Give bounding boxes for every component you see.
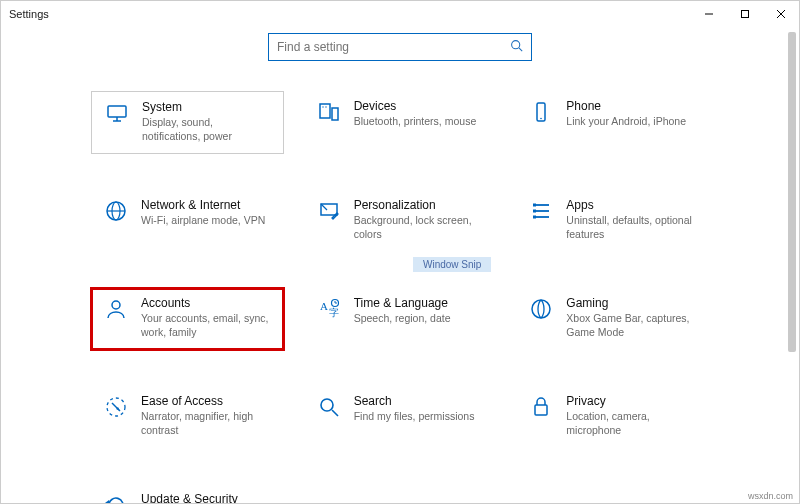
ease-of-access-icon xyxy=(101,395,131,419)
svg-text:A: A xyxy=(320,300,328,312)
svg-point-11 xyxy=(322,106,323,107)
update-security-icon xyxy=(101,493,131,503)
window-title: Settings xyxy=(9,8,49,20)
search-icon xyxy=(510,38,523,56)
system-icon xyxy=(102,101,132,125)
svg-rect-6 xyxy=(108,106,126,117)
settings-grid: System Display, sound, notifications, po… xyxy=(91,91,709,503)
tile-subtitle: Your accounts, email, sync, work, family xyxy=(141,312,274,339)
tile-title: Apps xyxy=(566,198,699,212)
tile-title: Privacy xyxy=(566,394,699,408)
svg-rect-22 xyxy=(533,204,536,207)
svg-line-35 xyxy=(332,410,338,416)
svg-text:字: 字 xyxy=(329,307,339,318)
minimize-button[interactable] xyxy=(691,1,727,27)
svg-point-12 xyxy=(325,106,326,107)
svg-rect-36 xyxy=(535,405,547,415)
tile-devices[interactable]: Devices Bluetooth, printers, mouse xyxy=(304,91,497,154)
tile-subtitle: Narrator, magnifier, high contrast xyxy=(141,410,274,437)
svg-marker-37 xyxy=(105,500,109,503)
tile-title: Time & Language xyxy=(354,296,487,310)
tile-subtitle: Display, sound, notifications, power xyxy=(142,116,273,143)
tile-accounts[interactable]: Accounts Your accounts, email, sync, wor… xyxy=(91,288,284,350)
svg-point-4 xyxy=(512,41,520,49)
search-tile-icon xyxy=(314,395,344,419)
search-input[interactable] xyxy=(277,40,510,54)
tile-subtitle: Location, camera, microphone xyxy=(566,410,699,437)
maximize-button[interactable] xyxy=(727,1,763,27)
tile-subtitle: Background, lock screen, colors xyxy=(354,214,487,241)
tile-search[interactable]: Search Find my files, permissions xyxy=(304,386,497,448)
tile-phone[interactable]: Phone Link your Android, iPhone xyxy=(516,91,709,154)
tile-title: Gaming xyxy=(566,296,699,310)
tile-subtitle: Find my files, permissions xyxy=(354,410,487,424)
svg-rect-1 xyxy=(742,11,749,18)
tile-system[interactable]: System Display, sound, notifications, po… xyxy=(91,91,284,154)
tile-gaming[interactable]: Gaming Xbox Game Bar, captures, Game Mod… xyxy=(516,288,709,350)
apps-icon xyxy=(526,199,556,223)
svg-rect-9 xyxy=(320,104,330,118)
scrollbar-thumb[interactable] xyxy=(788,32,796,352)
tile-subtitle: Wi-Fi, airplane mode, VPN xyxy=(141,214,274,228)
tile-title: Ease of Access xyxy=(141,394,274,408)
vertical-scrollbar[interactable] xyxy=(786,28,798,502)
credit-text: wsxdn.com xyxy=(748,491,793,501)
tile-title: Update & Security xyxy=(141,492,274,503)
tile-subtitle: Xbox Game Bar, captures, Game Mode xyxy=(566,312,699,339)
svg-rect-10 xyxy=(332,108,338,120)
network-icon xyxy=(101,199,131,223)
tile-title: Devices xyxy=(354,99,487,113)
svg-line-5 xyxy=(519,48,522,51)
tile-subtitle: Speech, region, date xyxy=(354,312,487,326)
tile-network[interactable]: Network & Internet Wi-Fi, airplane mode,… xyxy=(91,190,284,252)
tile-privacy[interactable]: Privacy Location, camera, microphone xyxy=(516,386,709,448)
content-area: System Display, sound, notifications, po… xyxy=(1,27,799,503)
tile-personalization[interactable]: Personalization Background, lock screen,… xyxy=(304,190,497,252)
privacy-icon xyxy=(526,395,556,419)
titlebar: Settings xyxy=(1,1,799,27)
svg-point-31 xyxy=(532,300,550,318)
tile-title: Accounts xyxy=(141,296,274,310)
personalization-icon xyxy=(314,199,344,223)
svg-rect-23 xyxy=(533,210,536,213)
phone-icon xyxy=(526,100,556,124)
tile-subtitle: Uninstall, defaults, optional features xyxy=(566,214,699,241)
svg-point-25 xyxy=(112,301,120,309)
time-language-icon: A字 xyxy=(314,297,344,321)
gaming-icon xyxy=(526,297,556,321)
close-button[interactable] xyxy=(763,1,799,27)
tile-subtitle: Link your Android, iPhone xyxy=(566,115,699,129)
tile-title: Personalization xyxy=(354,198,487,212)
accounts-icon xyxy=(101,297,131,321)
svg-point-14 xyxy=(541,118,543,120)
search-box[interactable] xyxy=(268,33,532,61)
tile-ease-of-access[interactable]: Ease of Access Narrator, magnifier, high… xyxy=(91,386,284,448)
tile-apps[interactable]: Apps Uninstall, defaults, optional featu… xyxy=(516,190,709,252)
tile-title: Network & Internet xyxy=(141,198,274,212)
tile-title: System xyxy=(142,100,273,114)
svg-point-34 xyxy=(321,399,333,411)
settings-window: Settings xyxy=(0,0,800,504)
tile-title: Search xyxy=(354,394,487,408)
tile-time-language[interactable]: A字 Time & Language Speech, region, date xyxy=(304,288,497,350)
devices-icon xyxy=(314,100,344,124)
tile-update-security[interactable]: Update & Security Windows Update, recove… xyxy=(91,484,284,503)
tile-title: Phone xyxy=(566,99,699,113)
window-snip-tooltip: Window Snip xyxy=(413,257,491,272)
tile-subtitle: Bluetooth, printers, mouse xyxy=(354,115,487,129)
svg-rect-24 xyxy=(533,216,536,219)
